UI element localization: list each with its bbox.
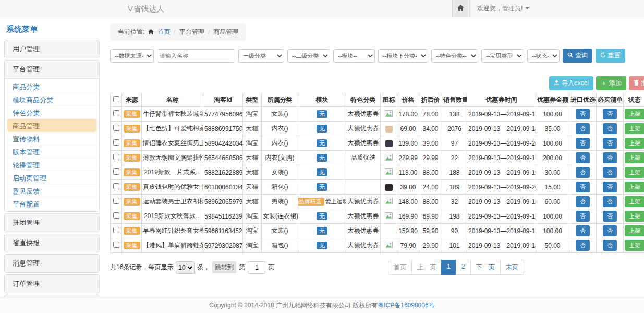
icp-link[interactable]: 粤ICP备16098006号 — [378, 302, 434, 309]
must-buy-toggle[interactable]: 否 — [603, 109, 617, 119]
breadcrumb-home-link[interactable]: 首页 — [157, 28, 170, 37]
sidebar-menu-header-0[interactable]: 用户管理 — [5, 40, 99, 58]
row-checkbox[interactable] — [113, 125, 119, 131]
add-button[interactable]: ＋ 添加 — [596, 76, 626, 90]
must-buy-toggle[interactable]: 否 — [603, 167, 617, 178]
pager-item-首页[interactable]: 首页 — [388, 260, 412, 275]
status-button[interactable]: 上架 — [625, 152, 644, 163]
row-checkbox[interactable] — [113, 139, 119, 146]
must-buy-toggle[interactable]: 否 — [603, 225, 617, 236]
reset-button[interactable]: 重置 — [596, 49, 625, 63]
coupon-amount-cell: 100.00 — [536, 224, 569, 238]
sidebar-item[interactable]: 轮播管理 — [7, 158, 96, 171]
filter-level2-category-select[interactable]: --二级分类-- — [287, 49, 330, 63]
import-select-toggle[interactable]: 否 — [576, 167, 590, 178]
import-select-toggle[interactable]: 否 — [576, 152, 590, 163]
sidebar-item[interactable]: 意见反馈 — [7, 184, 96, 197]
import-select-toggle[interactable]: 否 — [576, 225, 590, 236]
import-select-toggle[interactable]: 否 — [576, 123, 590, 134]
import-select-toggle[interactable]: 否 — [576, 196, 590, 207]
sidebar-item[interactable]: 宣传物料 — [7, 132, 96, 145]
status-button[interactable]: 上架 — [625, 109, 644, 119]
filter-module-subcategory-select[interactable]: --模块下分类-- — [378, 49, 428, 63]
status-button[interactable]: 上架 — [625, 123, 644, 134]
page-size-select[interactable]: 10 — [176, 261, 195, 274]
row-select-cell — [111, 107, 122, 122]
filter-name-input[interactable] — [157, 49, 235, 63]
pager-item-1[interactable]: 1 — [441, 260, 456, 275]
query-button[interactable]: 查询 — [563, 49, 592, 63]
sidebar-menu-header-3[interactable]: 省直快报 — [5, 234, 99, 252]
status-button[interactable]: 上架 — [625, 182, 644, 192]
row-checkbox[interactable] — [113, 168, 119, 175]
must-buy-toggle[interactable]: 否 — [603, 182, 617, 192]
sidebar-menu-header-5[interactable]: 订单管理 — [5, 275, 99, 293]
status-button[interactable]: 上架 — [625, 211, 644, 222]
status-button[interactable]: 上架 — [625, 138, 644, 149]
taoke-id-cell: 577479560965 — [203, 107, 243, 122]
sidebar-item[interactable]: 版本管理 — [7, 145, 96, 158]
must-buy-toggle[interactable]: 否 — [603, 152, 617, 163]
sidebar-item[interactable]: 模块商品分类 — [7, 93, 96, 106]
user-menu[interactable]: 欢迎您，管理员! — [470, 0, 537, 17]
sidebar-item[interactable]: 平台配置 — [7, 197, 96, 210]
filter-feature-category-select[interactable]: --特色分类-- — [431, 49, 478, 63]
import-select-toggle[interactable]: 否 — [576, 182, 590, 192]
filter-level1-category-select[interactable]: 一级分类 — [238, 49, 284, 63]
must-buy-toggle[interactable]: 否 — [603, 211, 617, 222]
batch-delete-button[interactable]: 批量删除 — [629, 76, 644, 90]
sidebar-item[interactable]: 启动页管理 — [7, 171, 96, 184]
row-checkbox[interactable] — [113, 183, 119, 189]
jump-page-input[interactable] — [248, 261, 265, 274]
import-select-toggle[interactable]: 否 — [576, 109, 590, 119]
sidebar-title: 系统菜单 — [6, 25, 100, 34]
import-select-toggle[interactable]: 否 — [576, 138, 590, 149]
sidebar-item[interactable]: 商品分类 — [7, 80, 96, 93]
home-button[interactable] — [452, 0, 470, 17]
pager-item-末页[interactable]: 末页 — [500, 260, 524, 275]
module-cell: 无 — [298, 107, 346, 122]
row-checkbox[interactable] — [113, 212, 119, 219]
select-all-checkbox[interactable] — [113, 96, 119, 102]
sidebar-menu-header-1[interactable]: 平台管理 — [5, 61, 99, 78]
filter-status-select[interactable]: --状态-- — [527, 49, 560, 63]
filter-item-type-select[interactable]: --宝贝类型-- — [481, 49, 524, 63]
source-badge: 采集 — [124, 198, 140, 206]
must-buy-toggle[interactable]: 否 — [603, 138, 617, 149]
must-buy-toggle[interactable]: 否 — [603, 123, 617, 134]
status-button[interactable]: 上架 — [625, 167, 644, 178]
row-checkbox[interactable] — [113, 242, 119, 248]
pager-item-下一页[interactable]: 下一页 — [470, 260, 501, 275]
coupon-amount-cell: 15.00 — [536, 180, 569, 195]
filter-module-select[interactable]: --模块-- — [333, 49, 375, 63]
import-select-toggle[interactable]: 否 — [576, 211, 590, 222]
status-button[interactable]: 上架 — [625, 225, 644, 236]
sidebar-menu-header-2[interactable]: 拼团管理 — [5, 214, 99, 232]
row-checkbox[interactable] — [113, 227, 119, 233]
filter-data-source-select[interactable]: --数据来源-- — [110, 49, 154, 63]
must-buy-toggle[interactable]: 否 — [603, 240, 617, 251]
sidebar-menu-header-4[interactable]: 消息管理 — [5, 255, 99, 272]
category-cell: 女装(连衣裙) — [262, 209, 298, 224]
status-button[interactable]: 上架 — [625, 196, 644, 207]
import-select-toggle[interactable]: 否 — [576, 240, 590, 251]
row-checkbox[interactable] — [113, 154, 119, 160]
sidebar-item[interactable]: 商品管理 — [7, 119, 96, 132]
discount-price-cell: 88.00 — [419, 165, 442, 180]
import-excel-button[interactable]: 导入excel — [549, 76, 593, 90]
pager-item-上一页[interactable]: 上一页 — [411, 260, 442, 275]
sidebar-item[interactable]: 特色分类 — [7, 106, 96, 119]
must-buy-cell: 否 — [597, 107, 624, 122]
price-cell: 79.90 — [397, 238, 419, 253]
jump-button[interactable]: 跳转到 — [212, 261, 236, 273]
row-checkbox[interactable] — [113, 110, 119, 116]
status-button[interactable]: 上架 — [625, 240, 644, 251]
price-cell: 148.00 — [397, 195, 419, 209]
module-badge: 无 — [317, 139, 327, 147]
pager-item-2[interactable]: 2 — [456, 260, 471, 275]
row-checkbox[interactable] — [113, 198, 119, 204]
row-select-cell — [111, 224, 122, 238]
must-buy-toggle[interactable]: 否 — [603, 196, 617, 207]
reset-label: 重置 — [608, 51, 621, 60]
status-cell: 上架 — [624, 238, 644, 253]
